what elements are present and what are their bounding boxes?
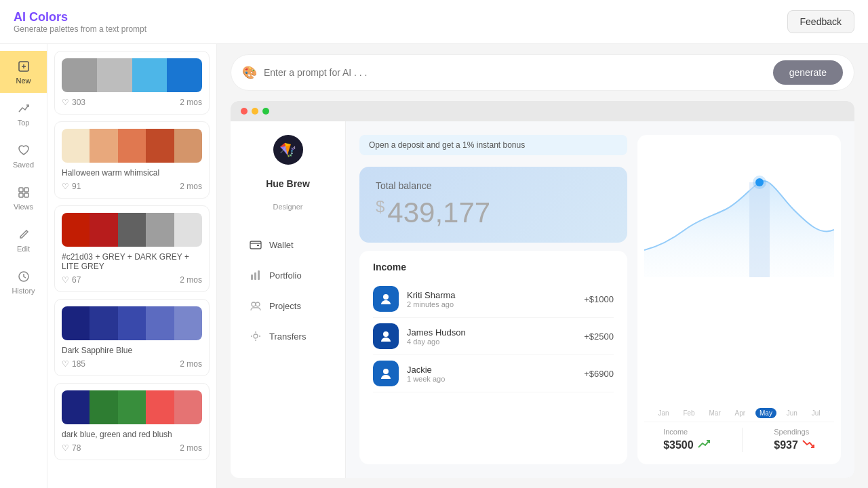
generate-button[interactable]: generate <box>773 60 843 85</box>
sidebar-item-saved[interactable]: Saved <box>0 135 47 177</box>
sidebar-item-edit[interactable]: Edit <box>0 219 47 261</box>
income-time-3: 1 week ago <box>407 375 576 383</box>
trend-down-icon <box>802 439 815 452</box>
edit-icon <box>16 227 31 242</box>
svg-rect-12 <box>258 270 260 280</box>
income-name-1: Kriti Sharma <box>407 290 576 300</box>
heart-icon-2: ♡ <box>62 182 69 191</box>
income-amount-3: +$6900 <box>584 369 614 379</box>
income-item-1: Kriti Sharma 2 minutes ago +$1000 <box>373 281 614 318</box>
main-layout: New Top Saved <box>0 44 868 488</box>
palette-name-2: Halloween warm whimsical <box>62 168 202 178</box>
feedback-button[interactable]: Feedback <box>787 10 854 33</box>
app-right-panel: Jan Feb Mar Apr May Jun Jul Income <box>637 135 841 464</box>
header-brand: AI Colors Generate palettes from a text … <box>14 10 146 34</box>
palette-meta-5: ♡ 78 2 mos <box>62 443 202 453</box>
income-name-3: Jackie <box>407 365 576 375</box>
history-icon <box>16 269 31 284</box>
nav-item-projects[interactable]: Projects <box>241 292 335 319</box>
avatar-jackie <box>373 361 399 386</box>
svg-point-16 <box>383 294 389 300</box>
month-may: May <box>755 408 776 418</box>
palette-name-4: Dark Sapphire Blue <box>62 346 202 355</box>
window-dot-yellow <box>252 108 258 115</box>
projects-icon <box>249 299 262 312</box>
app-title: AI Colors <box>14 10 146 24</box>
palette-card-4[interactable]: Dark Sapphire Blue ♡ 185 2 mos <box>54 299 210 376</box>
window-body: 🪁 Hue Brew Designer <box>231 121 854 478</box>
nav-label-transfers: Transfers <box>269 331 306 342</box>
app-subtitle: Generate palettes from a text prompt <box>14 24 146 34</box>
sidebar-item-views[interactable]: Views <box>0 177 47 219</box>
palette-swatch-1 <box>62 58 202 92</box>
svg-rect-10 <box>251 274 253 280</box>
balance-label: Total balance <box>376 180 611 191</box>
svg-rect-5 <box>19 193 23 197</box>
svg-rect-6 <box>24 193 28 197</box>
palette-card-3[interactable]: #c21d03 + GREY + DARK GREY + LITE GREY ♡… <box>54 205 210 292</box>
wallet-icon <box>249 238 262 251</box>
income-time-1: 2 minutes ago <box>407 300 576 308</box>
income-item-3: Jackie 1 week ago +$6900 <box>373 355 614 392</box>
app-main: Open a deposit and get a 1% instant bonu… <box>346 121 854 478</box>
svg-rect-11 <box>254 272 256 280</box>
sidebar-label-edit: Edit <box>17 245 30 253</box>
income-info-1: Kriti Sharma 2 minutes ago <box>407 290 576 308</box>
palette-card-5[interactable]: dark blue, green and red blush ♡ 78 2 mo… <box>54 383 210 460</box>
income-time-2: 4 day ago <box>407 338 576 346</box>
palette-meta-2: ♡ 91 2 mos <box>62 182 202 191</box>
month-jan: Jan <box>654 408 673 418</box>
svg-point-21 <box>753 176 766 189</box>
sidebar-item-top[interactable]: Top <box>0 93 47 135</box>
svg-point-17 <box>383 331 389 337</box>
palette-swatch-5 <box>62 390 202 424</box>
chart-stats: Income $3500 <box>644 422 834 458</box>
svg-rect-9 <box>257 245 259 246</box>
nav-item-wallet[interactable]: Wallet <box>241 231 335 258</box>
svg-rect-8 <box>250 241 261 249</box>
income-info-2: James Hudson 4 day ago <box>407 327 576 346</box>
palette-swatch-3 <box>62 213 202 247</box>
month-jun: Jun <box>783 408 802 418</box>
svg-point-18 <box>383 369 389 374</box>
prompt-bar: 🎨 generate <box>231 54 854 91</box>
chart-svg <box>644 142 834 405</box>
currency-symbol: $ <box>376 197 384 216</box>
income-title: Income <box>373 262 614 272</box>
palette-card-1[interactable]: ♡ 303 2 mos <box>54 51 210 115</box>
palette-prompt-icon: 🎨 <box>242 65 257 80</box>
icon-sidebar: New Top Saved <box>0 44 47 488</box>
chart-months: Jan Feb Mar Apr May Jun Jul <box>644 405 834 418</box>
transfers-icon <box>249 329 262 343</box>
palette-swatch-2 <box>62 129 202 163</box>
prompt-input[interactable] <box>264 67 766 78</box>
sidebar-label-top: Top <box>18 119 30 127</box>
income-stat-value: $3500 <box>663 439 694 451</box>
income-amount-1: +$1000 <box>584 294 614 304</box>
content-area: 🎨 generate 🪁 Hue Brew Designer <box>217 44 868 488</box>
palette-sidebar: ♡ 303 2 mos Halloween warm whimsical ♡ 9… <box>47 44 217 488</box>
heart-icon <box>16 143 31 158</box>
palette-name-3: #c21d03 + GREY + DARK GREY + LITE GREY <box>62 252 202 271</box>
views-icon <box>16 185 31 200</box>
trend-up-icon <box>697 439 711 452</box>
deposit-banner: Open a deposit and get a 1% instant bonu… <box>359 135 627 155</box>
balance-amount: $439,177 <box>376 197 611 229</box>
svg-rect-3 <box>19 188 23 192</box>
window-chrome <box>231 101 854 121</box>
heart-icon-5: ♡ <box>62 443 69 453</box>
palette-likes-1: ♡ 303 <box>62 98 85 107</box>
portfolio-icon <box>249 268 262 282</box>
palette-meta-3: ♡ 67 2 mos <box>62 275 202 285</box>
app-sidebar: 🪁 Hue Brew Designer <box>231 121 346 478</box>
svg-point-14 <box>256 302 260 306</box>
nav-item-transfers[interactable]: Transfers <box>241 323 335 350</box>
chart-area: Jan Feb Mar Apr May Jun Jul Income <box>637 135 841 464</box>
nav-label-wallet: Wallet <box>269 240 294 250</box>
user-role: Designer <box>273 203 302 211</box>
sidebar-item-new[interactable]: New <box>0 51 47 93</box>
sidebar-item-history[interactable]: History <box>0 261 47 303</box>
sidebar-label-history: History <box>12 287 35 295</box>
nav-item-portfolio[interactable]: Portfolio <box>241 262 335 289</box>
palette-card-2[interactable]: Halloween warm whimsical ♡ 91 2 mos <box>54 121 210 199</box>
